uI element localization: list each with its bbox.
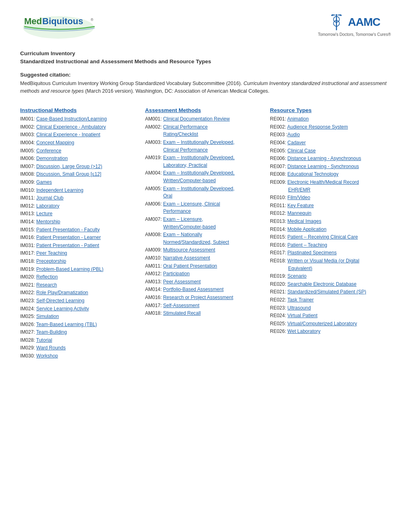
doc-title-line1: Curriculum Inventory	[20, 50, 391, 58]
list-item: IM002: Clinical Experience - Ambulatory	[20, 123, 141, 131]
list-item: AM007: Exam – Licensure,Written/Computer…	[145, 216, 266, 231]
assessment-heading[interactable]: Assessment Methods	[145, 107, 266, 113]
list-item: AM012: Participation	[145, 270, 266, 278]
list-item: RE014: Mobile Application	[270, 226, 391, 233]
header: Med Biquitous ® AAMC Tomorrow's Doctors,…	[20, 12, 391, 42]
list-item: AM009: Multisource Assessment	[145, 246, 266, 254]
list-item: RE008: Educational Technology	[270, 170, 391, 178]
list-item: IM028: Tutorial	[20, 337, 141, 344]
list-item: IM010: Independent Learning	[20, 187, 141, 194]
instructional-heading[interactable]: Instructional Methods	[20, 107, 141, 113]
list-item: RE010: Film/Video	[270, 194, 391, 202]
citation-text: MedBiquitous Curriculum Inventory Workin…	[20, 80, 391, 96]
list-item: RE015: Patient – Receiving Clinical Care	[270, 233, 391, 241]
list-item: IM005: Conference	[20, 147, 141, 155]
list-item: RE001: Animation	[270, 115, 391, 123]
list-item: RE005: Clinical Case	[270, 147, 391, 155]
list-item: IM014: Mentorship	[20, 218, 141, 226]
list-item: RE024: Virtual Patient	[270, 312, 391, 320]
list-item: AM002: Clinical PerformanceRating/Checkl…	[145, 123, 266, 138]
citation-section: Suggested citation: MedBiquitous Curricu…	[20, 72, 391, 96]
list-item: RE023: Ultrasound	[270, 304, 391, 312]
list-item: RE026: Wet Laboratory	[270, 328, 391, 335]
list-item: RE006: Distance Learning - Asynchronous	[270, 155, 391, 162]
list-item: RE004: Cadaver	[270, 139, 391, 147]
list-item: RE025: Virtual/Computerized Laboratory	[270, 320, 391, 328]
list-item: RE020: Searchable Electronic Database	[270, 281, 391, 288]
list-item: IM009: Games	[20, 179, 141, 186]
list-item: AM005: Exam – Institutionally Developed,…	[145, 185, 266, 200]
list-item: AM014: Portfolio-Based Assessment	[145, 286, 266, 293]
aamc-tagline: Tomorrow's Doctors, Tomorrow's Cures®	[318, 32, 391, 37]
list-item: IM020: Reflection	[20, 273, 141, 281]
citation-plain: MedBiquitous Curriculum Inventory Workin…	[20, 81, 243, 86]
list-item: RE012: Mannequin	[270, 210, 391, 217]
list-item: RE009: Electronic Health/Medical RecordE…	[270, 179, 391, 193]
resources-heading[interactable]: Resource Types	[270, 107, 391, 113]
list-item: IM019: Problem-Based Learning (PBL)	[20, 266, 141, 273]
list-item: IM022: Role Play/Dramatization	[20, 289, 141, 297]
list-item: IM013: Lecture	[20, 210, 141, 218]
list-item: AM001: Clinical Documentation Review	[145, 115, 266, 123]
list-item: RE018: Written or Visual Media (or Digit…	[270, 257, 391, 272]
list-item: IM003: Clinical Experience - Inpatient	[20, 131, 141, 139]
list-item: AM011: Oral Patient Presentation	[145, 262, 266, 270]
columns: Instructional Methods IM001: Case-Based …	[20, 107, 391, 360]
list-item: AM008: Exam – NationallyNormed/Standardi…	[145, 231, 266, 246]
svg-text:®: ®	[91, 18, 93, 22]
svg-text:Biquitous: Biquitous	[42, 16, 83, 26]
list-item: AM017: Self-Assessment	[145, 302, 266, 310]
list-item: RE017: Plastinated Specimens	[270, 249, 391, 257]
list-item: AM004: Exam – Institutionally Developed,…	[145, 169, 266, 184]
doc-title-line2: Standardized Instructional and Assessmen…	[20, 58, 391, 66]
assessment-column: Assessment Methods AM001: Clinical Docum…	[145, 107, 270, 360]
list-item: RE007: Distance Learning - Synchronous	[270, 163, 391, 170]
list-item: AM006: Exam – Licensure, ClinicalPerform…	[145, 200, 266, 215]
list-item: RE022: Task Trainer	[270, 296, 391, 304]
list-item: IM004: Concept Mapping	[20, 139, 141, 147]
doc-title: Curriculum Inventory Standardized Instru…	[20, 50, 391, 66]
list-item: IM016: Patient Presentation - Learner	[20, 234, 141, 241]
list-item: AM018: Stimulated Recall	[145, 310, 266, 317]
list-item: RE016: Patient – Teaching	[270, 241, 391, 249]
list-item: IM001: Case-Based Instruction/Learning	[20, 115, 141, 123]
list-item: IM017: Peer Teaching	[20, 249, 141, 257]
list-item: RE019: Scenario	[270, 272, 391, 280]
list-item: IM015: Patient Presentation - Faculty	[20, 226, 141, 234]
list-item: IM011: Journal Club	[20, 194, 141, 202]
list-item: RE013: Medical Images	[270, 218, 391, 225]
resources-column: Resource Types RE001: Animation RE002: A…	[270, 107, 391, 360]
list-item: IM031: Patient Presentation - Patient	[20, 242, 141, 249]
citation-heading: Suggested citation:	[20, 72, 391, 78]
list-item: AM010: Narrative Assessment	[145, 254, 266, 262]
list-item: RE011: Key Feature	[270, 202, 391, 210]
list-item: RE021: Standardized/Simulated Patient (S…	[270, 288, 391, 296]
citation-end: (March 2016 version). Washington, DC: As…	[84, 88, 270, 94]
list-item: AM003: Exam – Institutionally Developed,…	[145, 139, 266, 154]
list-item: IM024: Service Learning Activity	[20, 305, 141, 313]
list-item: IM025: Simulation	[20, 313, 141, 320]
list-item: IM030: Workshop	[20, 352, 141, 360]
list-item: IM029: Ward Rounds	[20, 344, 141, 352]
list-item: IM027: Team-Building	[20, 328, 141, 336]
aamc-logo: AAMC Tomorrow's Doctors, Tomorrow's Cure…	[318, 12, 391, 37]
list-item: IM007: Discussion, Large Group (>12)	[20, 163, 141, 170]
list-item: AM013: Peer Assessment	[145, 278, 266, 286]
list-item: IM008: Discussion, Small Group [≤12]	[20, 170, 141, 178]
list-item: IM012: Laboratory	[20, 202, 141, 210]
list-item: IM026: Team-Based Learning (TBL)	[20, 321, 141, 328]
list-item: IM006: Demonstration	[20, 155, 141, 162]
list-item: IM018: Preceptorship	[20, 258, 141, 265]
list-item: IM021: Research	[20, 281, 141, 289]
list-item: AM019: Exam – Institutionally Developed,…	[145, 154, 266, 169]
svg-text:Med: Med	[24, 16, 42, 26]
instructional-column: Instructional Methods IM001: Case-Based …	[20, 107, 145, 360]
list-item: RE002: Audience Response System	[270, 123, 391, 131]
list-item: AM016: Research or Project Assessment	[145, 294, 266, 301]
list-item: RE003 :Audio	[270, 131, 391, 139]
list-item: IM023: Self-Directed Learning	[20, 297, 141, 305]
medbiq-logo: Med Biquitous ®	[20, 12, 101, 42]
